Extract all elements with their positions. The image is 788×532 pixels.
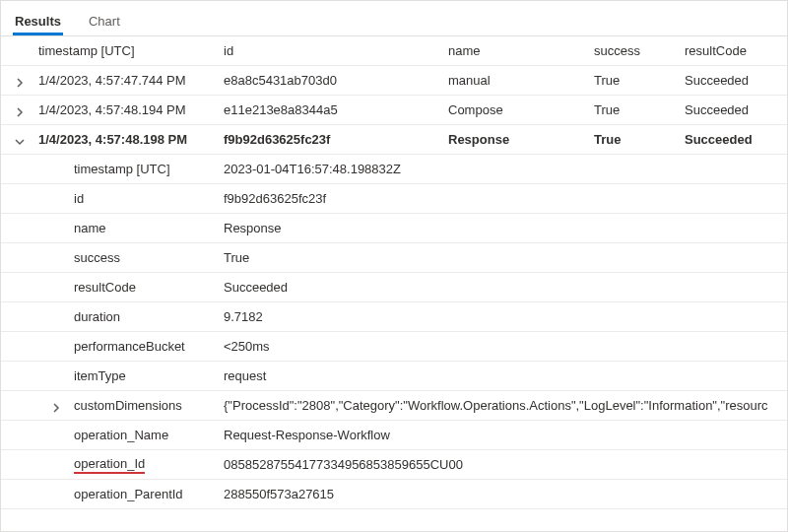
detail-key: operation_Id (74, 456, 224, 474)
column-header-row: timestamp [UTC] id name success resultCo… (1, 36, 787, 66)
detail-value: {"ProcessId":"2808","Category":"Workflow… (224, 398, 787, 413)
detail-row: customDimensions{"ProcessId":"2808","Cat… (1, 391, 787, 421)
detail-value: True (224, 250, 787, 265)
detail-row: nameResponse (1, 214, 787, 243)
detail-value: <250ms (224, 339, 787, 354)
cell-name: Response (448, 132, 594, 147)
detail-key: success (74, 250, 224, 265)
detail-row: resultCodeSucceeded (1, 273, 787, 302)
detail-row: itemTyperequest (1, 362, 787, 391)
detail-value: request (224, 368, 787, 383)
detail-key-label: id (74, 191, 84, 206)
chevron-down-icon[interactable] (15, 135, 25, 145)
table-row[interactable]: 1/4/2023, 4:57:48.198 PMf9b92d63625fc23f… (1, 125, 787, 155)
tab-chart[interactable]: Chart (87, 8, 122, 35)
cell-success: True (594, 73, 685, 88)
header-success[interactable]: success (594, 43, 685, 58)
detail-key-label: itemType (74, 368, 126, 383)
detail-key-label: duration (74, 309, 120, 324)
detail-row: operation_Id0858528755417733495685385965… (1, 450, 787, 480)
row-toggle[interactable] (1, 105, 38, 115)
header-id[interactable]: id (224, 43, 448, 58)
detail-key: operation_ParentId (74, 487, 224, 501)
cell-id: e11e213e8a8344a5 (224, 102, 448, 117)
chevron-right-icon[interactable] (51, 401, 61, 411)
detail-row: timestamp [UTC]2023-01-04T16:57:48.19883… (1, 155, 787, 184)
row-toggle[interactable] (1, 135, 38, 145)
detail-key: timestamp [UTC] (74, 162, 224, 176)
detail-key: resultCode (74, 280, 224, 295)
header-name[interactable]: name (448, 43, 594, 58)
detail-key-label: success (74, 250, 120, 265)
cell-resultcode: Succeeded (685, 102, 787, 117)
detail-key-label: resultCode (74, 280, 136, 295)
detail-value: 08585287554177334956853859655CU00 (224, 457, 787, 472)
detail-key-label: operation_Name (74, 428, 168, 442)
table-row[interactable]: 1/4/2023, 4:57:48.194 PMe11e213e8a8344a5… (1, 96, 787, 125)
row-details: timestamp [UTC]2023-01-04T16:57:48.19883… (1, 155, 787, 509)
detail-key-label: name (74, 221, 106, 235)
header-resultcode[interactable]: resultCode (685, 43, 787, 58)
detail-row: operation_NameRequest-Response-Workflow (1, 421, 787, 450)
cell-id: f9b92d63625fc23f (224, 132, 448, 147)
cell-timestamp: 1/4/2023, 4:57:48.194 PM (38, 102, 224, 117)
tab-results[interactable]: Results (13, 8, 63, 35)
detail-key-label: timestamp [UTC] (74, 162, 170, 176)
detail-value: 9.7182 (224, 309, 787, 324)
chevron-right-icon[interactable] (15, 76, 25, 86)
detail-row: idf9b92d63625fc23f (1, 184, 787, 214)
cell-id: e8a8c5431ab703d0 (224, 73, 448, 88)
detail-row: performanceBucket<250ms (1, 332, 787, 362)
detail-value: 2023-01-04T16:57:48.198832Z (224, 162, 787, 176)
detail-row: successTrue (1, 243, 787, 273)
cell-name: manual (448, 73, 594, 88)
table-row[interactable]: 1/4/2023, 4:57:47.744 PMe8a8c5431ab703d0… (1, 66, 787, 96)
detail-key: itemType (74, 368, 224, 383)
cell-success: True (594, 102, 685, 117)
row-toggle[interactable] (1, 76, 38, 86)
cell-name: Compose (448, 102, 594, 117)
detail-key: performanceBucket (74, 339, 224, 354)
cell-resultcode: Succeeded (685, 73, 787, 88)
detail-key: id (74, 191, 224, 206)
detail-value: Succeeded (224, 280, 787, 295)
detail-key: name (74, 221, 224, 235)
detail-key-label: operation_Id (74, 456, 145, 474)
detail-key-label: customDimensions (74, 398, 182, 413)
detail-key: operation_Name (74, 428, 224, 442)
tab-bar: Results Chart (1, 1, 787, 36)
detail-key-label: operation_ParentId (74, 487, 183, 501)
detail-row: duration9.7182 (1, 302, 787, 332)
header-timestamp[interactable]: timestamp [UTC] (38, 43, 224, 58)
chevron-right-icon[interactable] (15, 105, 25, 115)
detail-key: customDimensions (74, 398, 224, 413)
detail-value: Request-Response-Workflow (224, 428, 787, 442)
cell-success: True (594, 132, 685, 147)
detail-key: duration (74, 309, 224, 324)
cell-resultcode: Succeeded (685, 132, 787, 147)
cell-timestamp: 1/4/2023, 4:57:48.198 PM (38, 132, 224, 147)
detail-value: f9b92d63625fc23f (224, 191, 787, 206)
detail-sub-toggle[interactable] (38, 401, 74, 411)
detail-value: Response (224, 221, 787, 235)
detail-row: operation_ParentId288550f573a27615 (1, 480, 787, 509)
cell-timestamp: 1/4/2023, 4:57:47.744 PM (38, 73, 224, 88)
detail-value: 288550f573a27615 (224, 487, 787, 501)
detail-key-label: performanceBucket (74, 339, 185, 354)
